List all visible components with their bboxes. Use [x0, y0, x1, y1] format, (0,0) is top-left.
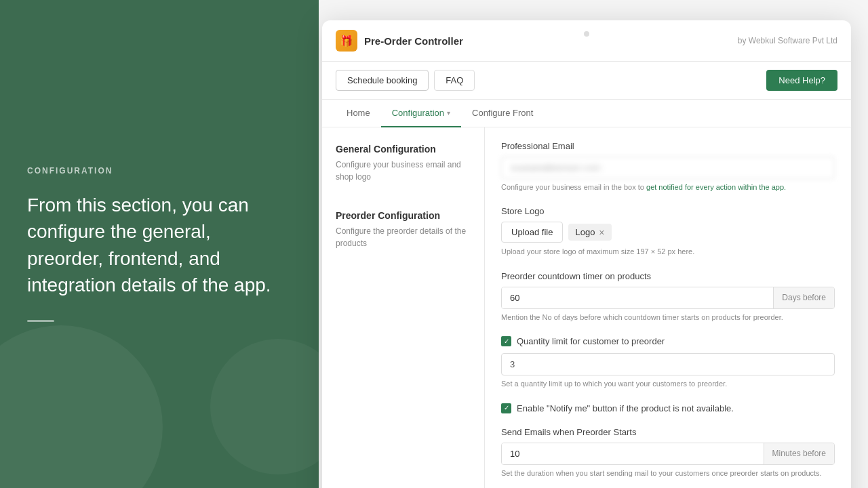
tab-home-label: Home — [347, 108, 370, 118]
logo-tag-label: Logo — [575, 227, 595, 237]
content-area: General Configuration Configure your bus… — [322, 127, 851, 488]
schedule-booking-button[interactable]: Schedule booking — [336, 70, 429, 91]
general-config-section: General Configuration Configure your bus… — [336, 144, 471, 183]
tab-configure-front-label: Configure Front — [472, 108, 533, 118]
nav-tabs: Home Configuration ▾ Configure Front — [322, 100, 851, 127]
store-logo-label: Store Logo — [501, 206, 835, 216]
logo-remove-icon[interactable]: × — [599, 228, 604, 237]
professional-email-group: Professional Email Configure your busine… — [501, 141, 835, 192]
countdown-help: Mention the No of days before which coun… — [501, 312, 835, 323]
quantity-limit-input[interactable] — [501, 353, 835, 375]
upload-file-button[interactable]: Upload file — [501, 222, 563, 243]
app-icon: 🎁 — [336, 30, 357, 52]
send-emails-group: Send Emails when Preorder Starts Minutes… — [501, 427, 835, 479]
countdown-input[interactable] — [502, 287, 773, 308]
window-dot-1 — [584, 31, 589, 37]
preorder-config-desc: Configure the preorder details of the pr… — [336, 225, 471, 249]
countdown-label: Preorder countdown timer on products — [501, 271, 835, 281]
countdown-input-group: Days before — [501, 287, 835, 309]
send-emails-help: Set the duration when you start sending … — [501, 468, 835, 479]
preorder-config-title: Preorder Configuration — [336, 210, 471, 221]
quantity-limit-help: Set a quantity limit up to which you wan… — [501, 379, 835, 389]
send-emails-input[interactable] — [502, 443, 764, 464]
email-help-link[interactable]: get notified for every action within the… — [646, 183, 786, 191]
quantity-limit-checkbox-label: Quantity limit for customer to preorder — [517, 336, 665, 346]
general-config-desc: Configure your business email and shop l… — [336, 159, 471, 183]
logo-tag: Logo × — [568, 224, 611, 241]
send-emails-input-group: Minutes before — [501, 443, 835, 465]
countdown-group: Preorder countdown timer on products Day… — [501, 271, 835, 323]
send-emails-suffix: Minutes before — [764, 443, 834, 464]
notify-me-checkbox-row: Enable "Notify me" button if the product… — [501, 403, 835, 413]
store-logo-group: Store Logo Upload file Logo × Upload you… — [501, 206, 835, 257]
right-panel: 🎁 Pre-Order Controller by Webkul Softwar… — [319, 0, 868, 488]
window-dots — [584, 27, 589, 39]
top-buttons-bar: Schedule booking FAQ Need Help? — [322, 62, 851, 100]
app-title: Pre-Order Controller — [364, 35, 463, 47]
countdown-suffix: Days before — [773, 287, 834, 308]
notify-me-checkbox[interactable] — [501, 403, 511, 413]
professional-email-input[interactable] — [501, 157, 835, 179]
store-logo-help: Upload your store logo of maximum size 1… — [501, 247, 835, 257]
need-help-button[interactable]: Need Help? — [766, 70, 837, 91]
tab-home[interactable]: Home — [336, 100, 381, 127]
tab-configuration-label: Configuration — [392, 108, 444, 118]
send-emails-label: Send Emails when Preorder Starts — [501, 427, 835, 437]
config-description: From this section, you can configure the… — [27, 192, 292, 298]
upload-row: Upload file Logo × — [501, 222, 835, 243]
left-panel: CONFIGURATION From this section, you can… — [0, 0, 319, 488]
config-label: CONFIGURATION — [27, 166, 292, 176]
notify-me-label: Enable "Notify me" button if the product… — [517, 403, 734, 413]
app-subtitle: by Webkul Software Pvt Ltd — [738, 36, 837, 45]
quantity-limit-checkbox-row: Quantity limit for customer to preorder — [501, 336, 835, 346]
professional-email-help: Configure your business email in the box… — [501, 182, 835, 192]
app-icon-emoji: 🎁 — [340, 35, 353, 47]
content-form: Professional Email Configure your busine… — [485, 127, 851, 488]
chevron-down-icon: ▾ — [447, 109, 450, 117]
preorder-config-section: Preorder Configuration Configure the pre… — [336, 210, 471, 249]
quantity-limit-checkbox[interactable] — [501, 336, 511, 346]
content-sidebar: General Configuration Configure your bus… — [322, 127, 485, 488]
quantity-limit-group: Quantity limit for customer to preorder … — [501, 336, 835, 389]
app-title-group: 🎁 Pre-Order Controller — [336, 30, 463, 52]
notify-me-group: Enable "Notify me" button if the product… — [501, 403, 835, 413]
faq-button[interactable]: FAQ — [434, 70, 475, 91]
tab-configure-front[interactable]: Configure Front — [461, 100, 544, 127]
divider — [27, 320, 54, 322]
professional-email-label: Professional Email — [501, 141, 835, 151]
tab-configuration[interactable]: Configuration ▾ — [381, 100, 461, 127]
general-config-title: General Configuration — [336, 144, 471, 155]
app-window: 🎁 Pre-Order Controller by Webkul Softwar… — [322, 20, 851, 488]
